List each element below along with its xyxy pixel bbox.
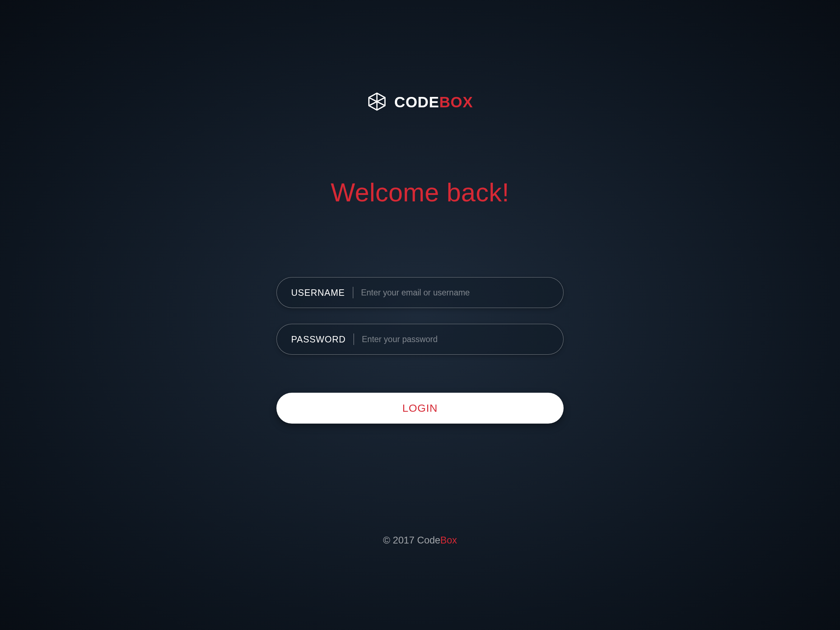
username-field-container[interactable]: USERNAME xyxy=(276,277,564,308)
brand-name: CODEBOX xyxy=(394,94,473,111)
page-heading: Welcome back! xyxy=(331,178,509,207)
password-field-container[interactable]: PASSWORD xyxy=(276,324,564,355)
brand-name-part2: BOX xyxy=(439,94,473,111)
brand-name-part1: CODE xyxy=(394,94,439,111)
password-label: PASSWORD xyxy=(291,333,354,345)
cube-icon xyxy=(367,92,387,113)
copyright-prefix: © 2017 xyxy=(383,535,417,546)
footer-brand-part2: Box xyxy=(440,535,457,546)
brand-logo: CODEBOX xyxy=(367,92,473,113)
password-input[interactable] xyxy=(354,335,549,344)
footer-brand-part1: Code xyxy=(417,535,441,546)
login-form: USERNAME PASSWORD xyxy=(276,277,564,355)
username-label: USERNAME xyxy=(291,287,353,298)
footer-copyright: © 2017 CodeBox xyxy=(383,535,457,546)
login-button[interactable]: LOGIN xyxy=(276,393,564,423)
username-input[interactable] xyxy=(353,288,549,298)
